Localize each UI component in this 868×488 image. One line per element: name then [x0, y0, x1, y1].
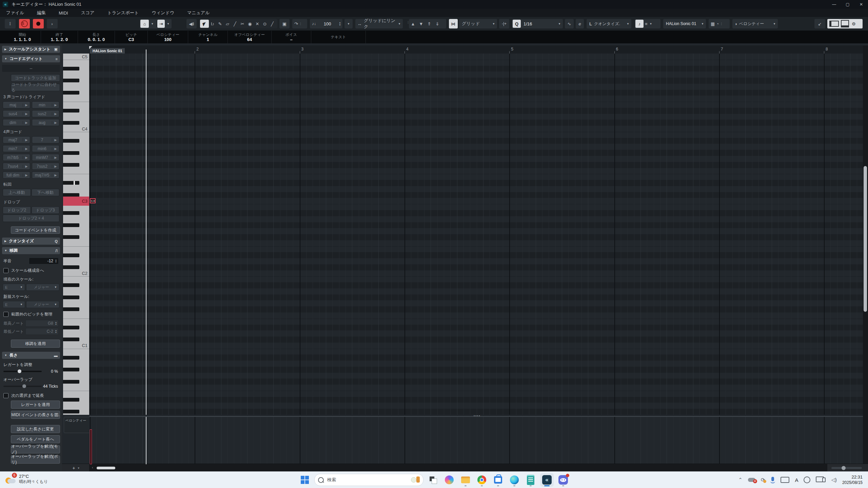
triad-min[interactable]: min▶ — [32, 101, 59, 108]
selected-piano-key[interactable]: C3 — [63, 197, 89, 206]
black-key[interactable] — [63, 121, 79, 125]
black-key[interactable] — [63, 307, 79, 311]
erase-tool-icon[interactable]: ▱ — [224, 20, 231, 28]
taskbar-app-chrome[interactable] — [475, 473, 489, 487]
snap-toggle-icon[interactable]: ⋈ — [449, 19, 458, 28]
clock[interactable]: 22:31 2025/08/15 — [842, 474, 863, 485]
black-key[interactable] — [63, 109, 79, 113]
triad-sus4[interactable]: sus4▶ — [3, 110, 30, 117]
controller-dots-icon[interactable]: ⋮ — [720, 23, 723, 24]
overlap-slider[interactable]: 44 Ticks — [3, 384, 59, 389]
close-button[interactable]: ✕ — [854, 0, 868, 9]
menu-item-3[interactable]: スコア — [81, 10, 95, 16]
playhead-line[interactable] — [146, 54, 146, 415]
section-transpose[interactable]: ▼移調Л — [2, 247, 60, 254]
lower-zone-toggle-icon[interactable] — [841, 20, 849, 27]
comp-tool-icon[interactable]: ▣ — [279, 19, 290, 28]
taskbar-app-store[interactable] — [491, 473, 505, 487]
add-lane-button[interactable]: + — [72, 465, 75, 471]
grid-type-dropdown-icon[interactable]: ▼ — [490, 22, 497, 25]
length-quantize-group[interactable]: L クオンタイズ. ▼ — [587, 19, 631, 28]
info-field-2[interactable]: 長さ0. 0. 1. 0 — [78, 31, 115, 43]
onedrive-icon[interactable]: ✕ — [748, 478, 755, 482]
layers-dropdown-icon[interactable]: ▼ — [648, 22, 654, 25]
quantize-dropdown-icon[interactable]: ▼ — [556, 22, 563, 25]
section-length[interactable]: ▼長さ▬ — [2, 352, 60, 359]
tray-chevron-icon[interactable]: ⌃ — [738, 477, 743, 483]
note-insert-tool-icon[interactable]: I♪ — [209, 20, 216, 28]
search-box[interactable]: 検索 — [314, 474, 423, 486]
link-to-grid-group[interactable]: ↔ グリッドにリンク ▼ — [355, 19, 403, 28]
volume-icon[interactable]: ◁) — [831, 477, 837, 483]
black-key[interactable] — [63, 79, 79, 82]
chord4-7[interactable]: 7▶ — [32, 136, 59, 143]
black-key[interactable] — [63, 163, 79, 167]
scroll-left-icon[interactable]: ‹ — [92, 465, 93, 469]
length-button-b1[interactable]: ペダルをノート長へ — [11, 435, 60, 443]
move-up-icon[interactable]: ▲ — [409, 19, 417, 28]
highest-note-field[interactable]: G8▲▼ — [25, 320, 59, 327]
quantize-preset-group[interactable]: Q 1/16 ▼ — [512, 19, 563, 28]
match-chord-track-button[interactable]: コードトラックに合わせる — [11, 84, 60, 91]
controller-dial-icon[interactable]: ◔ — [716, 21, 719, 26]
black-key[interactable] — [63, 283, 79, 287]
lane-dropdown-icon[interactable]: ▼ — [771, 22, 778, 25]
triad-aug[interactable]: aug▶ — [32, 119, 59, 126]
info-field-3[interactable]: ピッチC3 — [115, 31, 148, 43]
triad-maj[interactable]: maj▶ — [3, 101, 30, 108]
menu-item-1[interactable]: 編集 — [37, 10, 46, 16]
chord4-fulldim[interactable]: full dim▶ — [3, 171, 30, 179]
piano-keyboard[interactable]: C5C4C3C2C1C3 — [63, 54, 89, 415]
black-key[interactable] — [63, 296, 79, 299]
chord4-min6[interactable]: min6▶ — [32, 145, 59, 152]
length-button-a0[interactable]: レガートを適用 — [11, 401, 60, 409]
add-chord-track-button[interactable]: コードトラックを追加 — [11, 74, 60, 82]
menu-item-4[interactable]: トランスポート — [107, 10, 139, 16]
chord4-maj75[interactable]: maj7/#5▶ — [32, 171, 59, 179]
move-octave-up-icon[interactable]: ⇑ — [425, 19, 433, 28]
pin-editor-icon[interactable]: ⟟ — [5, 19, 16, 28]
black-key[interactable] — [63, 211, 79, 215]
black-key[interactable] — [63, 151, 79, 155]
vertical-scrollbar-thumb[interactable] — [864, 166, 867, 312]
lane-resize-handle[interactable]: •••• — [474, 414, 481, 418]
drop-button-0[interactable]: ドロップ2 — [3, 206, 31, 214]
length-q-dropdown-icon[interactable]: ▼ — [625, 22, 631, 25]
taskbar-app-discord[interactable] — [556, 473, 570, 487]
move-down-icon[interactable]: ▼ — [417, 19, 425, 28]
black-key[interactable] — [63, 410, 79, 413]
menu-item-0[interactable]: ファイル — [6, 10, 24, 16]
horizontal-scrollbar-thumb[interactable] — [97, 467, 115, 469]
timeline-ruler[interactable]: 2345678 — [89, 45, 863, 54]
menu-item-6[interactable]: マニュアル — [187, 10, 210, 16]
black-key[interactable] — [63, 338, 79, 341]
line-tool-icon[interactable]: ╱ — [269, 20, 276, 28]
length-button-a1[interactable]: MIDI イベントの長さを固. — [11, 411, 60, 419]
clock-app-icon[interactable] — [804, 476, 810, 483]
horizontal-zoom-slider[interactable] — [831, 467, 862, 469]
new-scale-type-select[interactable]: メジャー▼ — [26, 301, 59, 308]
solo-button[interactable]: S — [19, 19, 30, 28]
glue-tool-icon[interactable]: ◉ — [246, 20, 254, 28]
triad-sus2[interactable]: sus2▶ — [32, 110, 59, 117]
lowest-note-field[interactable]: C-2▲▼ — [25, 328, 59, 335]
drop-button-1[interactable]: ドロップ3 — [32, 206, 60, 214]
curve-icon[interactable]: ↷ — [294, 21, 298, 26]
black-key[interactable] — [63, 326, 79, 329]
current-scale-root-select[interactable]: E▼ — [3, 284, 25, 291]
taskbar-app-cubase[interactable]: « — [540, 473, 554, 487]
autoscroll-dropdown-icon[interactable]: ▼ — [165, 22, 172, 25]
track-select[interactable]: HALion Sonic 01 ▼ — [663, 19, 706, 28]
maximize-button[interactable]: ▢ — [841, 0, 854, 9]
velocity-lane-label[interactable]: ベロシティー — [64, 417, 92, 433]
inversion-button-1[interactable]: 下へ移動 — [32, 189, 60, 196]
new-scale-root-select[interactable]: E▼ — [3, 301, 25, 308]
snap-value-icon[interactable]: -|+ — [499, 19, 509, 28]
chord4-minM7[interactable]: minM7▶ — [32, 154, 59, 161]
link-grid-dropdown-icon[interactable]: ▼ — [396, 22, 403, 25]
record-midi-button[interactable] — [33, 19, 44, 28]
create-chord-event-button[interactable]: コードイベントを作成 — [11, 226, 60, 234]
split-tool-icon[interactable]: ✂ — [239, 20, 246, 28]
retrospective-record-icon[interactable]: ◗ — [47, 19, 58, 28]
taskbar-app-explorer[interactable] — [459, 473, 472, 487]
